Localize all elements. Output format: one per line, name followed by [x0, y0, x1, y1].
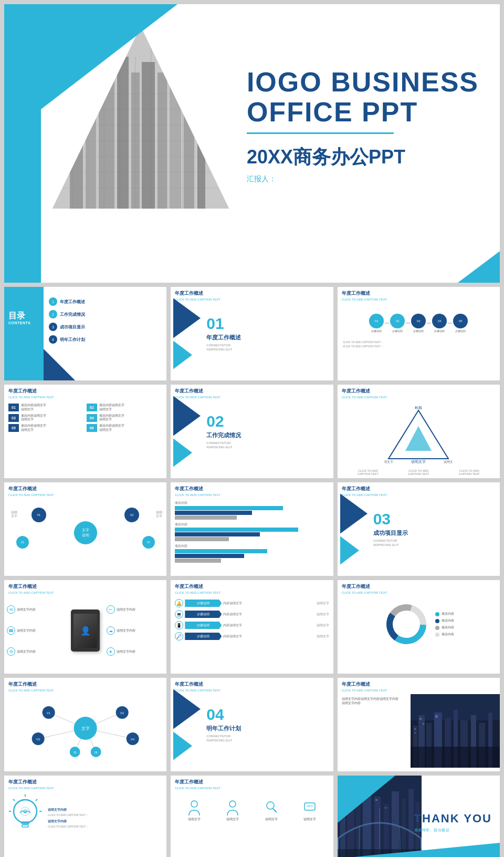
s13-legend-dot-3	[435, 626, 439, 630]
s9-bar-3c	[175, 559, 221, 563]
s18-chat-svg	[303, 800, 316, 817]
s8-orbit-2: 02	[124, 508, 139, 522]
ty-tl-tri	[338, 776, 395, 823]
s8-top-title: 年度工作概述	[4, 482, 166, 493]
s18-person-svg-2	[226, 800, 239, 817]
s11-icon-item-5: ☁ 说明文字内容	[107, 626, 164, 635]
slide-section-02: 年度工作概述 CLICK TO ADD CAPTION TEXT 02 工作完成…	[171, 385, 333, 478]
s6-arrow-dark	[173, 396, 201, 436]
s3-body: CONSECTETURADIPISCING ELIT	[206, 343, 241, 352]
s11-icon-3: ⚙	[9, 649, 13, 654]
s6-section-title: 工作完成情况	[206, 431, 241, 439]
svg-rect-93	[304, 803, 315, 810]
svg-point-88	[23, 809, 27, 813]
s17-bulb-area: 说明文字内容 CLICK TO ADD CAPTION TEXT ··· 说明文…	[4, 792, 166, 844]
slide-ribbon-list: 年度工作概述 CLICK TO ADD CAPTION TEXT 🔔 步骤说明 …	[171, 580, 333, 674]
s6-number: 02	[206, 414, 241, 429]
slide-bar-chart: 年度工作概述 CLICK TO ADD CAPTION TEXT 项目内容 项目…	[171, 482, 333, 576]
s9-bar-1a	[175, 506, 282, 510]
svg-rect-28	[197, 67, 205, 209]
s12-ribbon-shape-4: 步骤说明	[185, 633, 222, 640]
s14-top-title: 年度工作概述	[4, 678, 166, 689]
svg-rect-104	[408, 789, 414, 857]
ty-sub-text: 感谢聆听、提出建议	[414, 828, 492, 833]
svg-line-92	[273, 809, 277, 812]
s13-legend-dot-1	[435, 612, 439, 616]
s11-icon-item-1: ✉ 说明文字内容	[7, 605, 65, 614]
s11-icon-item-3: ⚙ 说明文字内容	[7, 647, 65, 656]
s9-bar-3a	[175, 549, 267, 553]
s13-legend-3: 项目内容	[435, 625, 454, 630]
s11-top-title: 年度工作概述	[4, 580, 166, 591]
svg-rect-75	[419, 718, 422, 720]
s9-bar-group-2: 项目内容	[175, 523, 329, 541]
s3-top-title: 年度工作概述	[171, 287, 333, 298]
s6-arrow-cyan	[173, 439, 192, 467]
s13-legend-dot-4	[435, 633, 439, 637]
s12-top-sub: CLICK TO ADD CAPTION TEXT	[171, 591, 333, 596]
s18-person-1: 说明文字	[188, 800, 201, 821]
s8-orbit-4: 04	[142, 536, 155, 549]
s4-circle-2-label: 步骤说明	[392, 329, 403, 333]
svg-rect-73	[414, 728, 416, 730]
s13-top-sub: CLICK TO ADD CAPTION TEXT	[338, 591, 500, 596]
s10-content: 03 成功项目显示 CONSECTETURADIPISCING ELIT	[373, 511, 408, 548]
slide-bubble-diagram: 年度工作概述 CLICK TO ADD CAPTION TEXT 文字说明 01…	[4, 482, 166, 576]
s17-top-title: 年度工作概述	[4, 776, 166, 787]
s11-icon-4: ✂	[109, 607, 112, 612]
slide-user-icons: 年度工作概述 CLICK TO ADD CAPTION TEXT 说明文字 说明…	[171, 776, 333, 857]
s9-bar-1c	[175, 515, 236, 520]
s10-arrow-cyan	[340, 536, 359, 565]
s7-labels: CLICK TO ADDCAPTION TEXT CLICK TO ADDCAP…	[338, 469, 500, 476]
s15-arrows	[173, 689, 201, 760]
svg-text:说明文字: 说明文字	[384, 460, 393, 463]
s11-icon-2: ☎	[8, 628, 14, 633]
svg-rect-77	[435, 715, 438, 718]
svg-text:说明文字: 说明文字	[411, 460, 426, 463]
s3-number: 01	[206, 316, 241, 332]
s15-arrow-cyan	[173, 732, 192, 760]
s18-magnifier-svg	[265, 800, 278, 817]
hero-presenter: 汇报人：	[247, 174, 479, 184]
s18-top-title: 年度工作概述	[171, 776, 333, 787]
s4-connector-3	[427, 323, 431, 324]
s11-icon-item-6: ★ 说明文字内容	[107, 647, 164, 656]
s13-legend-4: 项目内容	[435, 632, 454, 637]
s13-top-title: 年度工作概述	[338, 580, 500, 591]
s13-legend-1: 项目内容	[435, 612, 454, 616]
slide-icons-tablet: 年度工作概述 CLICK TO ADD CAPTION TEXT ✉ 说明文字内…	[4, 580, 166, 674]
svg-text:01: 01	[47, 711, 50, 715]
s12-ribbon-shape-3: 步骤说明	[185, 622, 222, 629]
s5-num-2: 02	[87, 404, 97, 411]
s8-center-bubble: 文字说明	[74, 521, 97, 544]
svg-rect-74	[414, 732, 416, 734]
s12-ribbon-shape-2: 步骤说明	[185, 611, 222, 618]
contents-items: 1 年度工作概述 2 工作完成情况 3 成功项目显示 4 明年工作计划	[49, 297, 164, 344]
slide-triangle-diagram: 年度工作概述 CLICK TO ADD CAPTION TEXT 标题 说明文字…	[338, 385, 500, 478]
s5-item-1: 01 项目内容说明文字说明文字	[8, 404, 85, 412]
s9-bar-1b	[175, 511, 252, 515]
s5-item-2: 02 项目内容说明文字说明文字	[87, 404, 163, 412]
contents-subtitle: CONTENTS	[8, 321, 31, 325]
svg-text:标题: 标题	[414, 406, 422, 409]
s8-orbit-3: 03	[16, 536, 29, 549]
contents-item-3-label: 成功项目显示	[60, 324, 85, 330]
s4-circle-5-label: 步骤说明	[455, 329, 466, 333]
s15-top-title: 年度工作概述	[171, 678, 333, 689]
s11-top-sub: CLICK TO ADD CAPTION TEXT	[4, 591, 166, 596]
contents-title: 目录	[8, 311, 25, 322]
svg-point-91	[267, 802, 274, 809]
s4-circle-3: 03 步骤说明	[411, 314, 426, 333]
s7-top-title: 年度工作概述	[338, 385, 500, 396]
s3-section-title: 年度工作概述	[206, 334, 241, 342]
s11-icon-item-4: ✂ 说明文字内容	[107, 605, 164, 614]
s5-text-5: 项目内容说明文字说明文字	[21, 424, 46, 432]
svg-text:05: 05	[74, 751, 77, 754]
s7-top-sub: CLICK TO ADD CAPTION TEXT	[338, 396, 500, 401]
s16-layout: 说明文字内容说明文字内容说明文字内容说明文字内容	[338, 694, 500, 768]
slide-hero: IOGO BUSINESS OFFICE PPT 20XX商务办公PPT 汇报人…	[4, 4, 500, 283]
slide-section-01: 年度工作概述 CLICK TO ADD CAPTION TEXT 01 年度工作…	[171, 287, 333, 380]
svg-text:02: 02	[120, 711, 124, 715]
s6-body: CONSECTETURADIPISCING ELIT	[206, 441, 241, 450]
svg-line-81	[36, 799, 37, 801]
